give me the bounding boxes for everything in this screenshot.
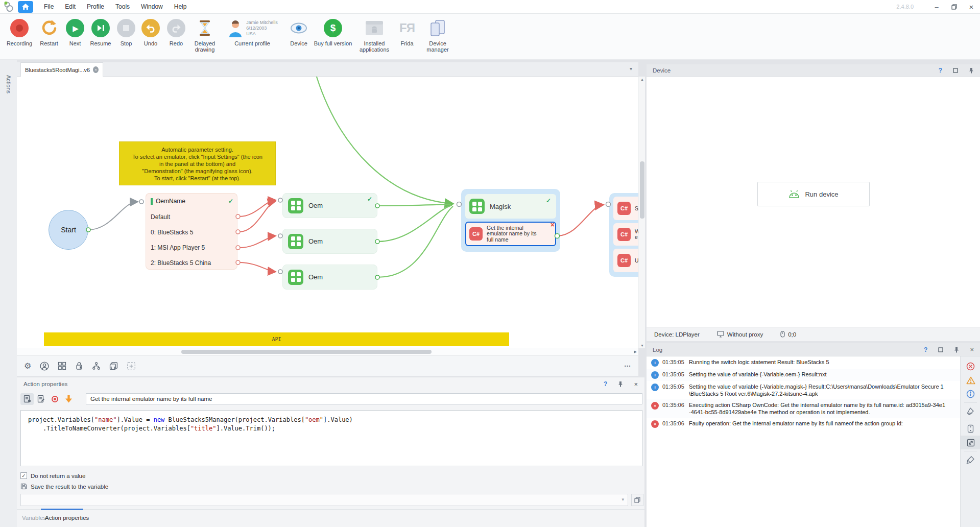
buy-full-version-button[interactable]: $ Buy full version <box>312 17 354 46</box>
home-button[interactable] <box>18 1 33 13</box>
log-entry[interactable]: i 01:35:05 Setting the value of variable… <box>647 381 960 399</box>
help-icon[interactable]: ? <box>604 380 607 388</box>
profile-settings-icon[interactable] <box>40 362 49 371</box>
scroll-right-icon[interactable]: ▶ <box>634 350 637 354</box>
apply-down-button[interactable] <box>62 393 75 405</box>
restore-button[interactable] <box>945 0 963 13</box>
start-node[interactable]: Start <box>49 210 88 250</box>
switch-branch-default[interactable]: Default <box>151 213 170 221</box>
pin-icon[interactable] <box>954 347 959 353</box>
clipped-csharp-group-node[interactable]: C# S C# W e C# U <box>609 193 638 277</box>
edit-settings-button[interactable] <box>34 393 47 405</box>
pin-icon[interactable] <box>618 381 623 387</box>
magisk-group-node[interactable]: Magisk ✓ C# Get the internal emulator na… <box>461 189 560 252</box>
tab-action-properties[interactable]: Action properties <box>45 515 89 521</box>
demonstration-record-button[interactable] <box>48 393 61 405</box>
api-group-bar[interactable]: API <box>44 332 509 346</box>
menu-tools[interactable]: Tools <box>110 0 135 13</box>
log-entry[interactable]: i 01:35:05 Setting the value of variable… <box>647 369 960 381</box>
csharp-action-row[interactable]: C# U <box>613 249 638 272</box>
frida-button[interactable]: FЯ Frida <box>394 17 420 46</box>
device-log-icon[interactable] <box>961 422 980 436</box>
scroll-up-icon[interactable]: ▲ <box>639 78 646 81</box>
current-profile-button[interactable]: Jamie Mitchells 6/12/2003 USA Current pr… <box>224 17 281 46</box>
csharp-action-row[interactable]: C# S <box>613 197 638 220</box>
scroll-down-icon[interactable]: ▼ <box>639 344 646 347</box>
log-entry[interactable]: × 01:35:06 Executing action CSharp OwnCo… <box>647 399 960 418</box>
redo-button[interactable]: Redo <box>163 17 189 46</box>
help-icon[interactable]: ? <box>939 67 942 74</box>
more-options-icon[interactable]: ⋯ <box>624 362 631 370</box>
expand-log-icon[interactable] <box>961 436 980 449</box>
installed-applications-button[interactable]: Installed applications <box>354 17 394 53</box>
clear-log-icon[interactable] <box>961 453 980 467</box>
installed-apps-icon <box>365 20 384 36</box>
close-panel-icon[interactable]: × <box>634 380 638 388</box>
menu-file[interactable]: File <box>38 0 59 13</box>
device-button[interactable]: Device <box>286 17 312 46</box>
do-not-return-checkbox-row[interactable]: ✓ Do not return a value <box>20 472 85 479</box>
maximize-icon[interactable] <box>938 347 943 352</box>
tab-close-icon[interactable]: × <box>93 66 99 73</box>
csharp-action-row-selected[interactable]: C# Get the internal emulator name by its… <box>465 222 556 246</box>
filter-info-icon[interactable] <box>961 387 980 401</box>
stop-button[interactable]: Stop <box>114 17 138 46</box>
run-device-button[interactable]: Run device <box>757 182 870 206</box>
result-variable-input[interactable] <box>20 494 628 506</box>
close-panel-icon[interactable]: × <box>970 346 974 353</box>
oemname-switch-node[interactable]: OemName ✓ Default 0: BlueStacks 5 1: MSI… <box>146 193 237 270</box>
vertical-scroll-thumb[interactable] <box>640 161 644 219</box>
next-button[interactable]: ▶ Next <box>63 17 87 46</box>
maximize-icon[interactable] <box>953 68 958 73</box>
restart-button[interactable]: Restart <box>35 17 63 46</box>
logic-tree-icon[interactable] <box>92 362 101 370</box>
switch-branch-2[interactable]: 2: BlueStacks 5 China <box>151 259 211 267</box>
menu-profile[interactable]: Profile <box>81 0 110 13</box>
modules-grid-icon[interactable] <box>58 362 66 370</box>
settings-gear-icon[interactable]: ⚙ <box>24 361 31 371</box>
switch-branch-0[interactable]: 0: BlueStacks 5 <box>151 229 193 236</box>
input-settings-button[interactable] <box>20 393 34 405</box>
device-manager-button[interactable]: Device manager <box>420 17 456 53</box>
log-entry[interactable]: × 01:35:06 Faulty operation: Get the int… <box>647 418 960 430</box>
csharp-action-row[interactable]: C# W e <box>613 223 638 246</box>
recording-button[interactable]: Recording <box>4 17 35 46</box>
oem-node-3[interactable]: Oem <box>282 265 377 290</box>
resume-button[interactable]: Resume <box>87 17 114 46</box>
resources-icon[interactable] <box>109 362 118 370</box>
checkbox-checked[interactable]: ✓ <box>20 472 27 479</box>
log-entry[interactable]: i 01:35:05 Running the switch logic stat… <box>647 356 960 369</box>
close-button[interactable]: × <box>963 0 980 13</box>
menu-help[interactable]: Help <box>169 0 193 13</box>
variable-dropdown-icon[interactable]: ▾ <box>622 497 624 502</box>
proxy-status[interactable]: Without proxy <box>717 331 763 338</box>
fill-color-icon[interactable] <box>961 404 980 418</box>
flow-canvas[interactable]: Automatic parameter setting. To select a… <box>17 77 638 348</box>
lock-icon[interactable] <box>75 362 83 370</box>
oem-node-2[interactable]: Oem <box>282 229 377 254</box>
help-icon[interactable]: ? <box>924 346 927 353</box>
delayed-drawing-button[interactable]: Delayed drawing <box>189 17 221 53</box>
tab-list-dropdown-icon[interactable]: ▾ <box>630 66 632 71</box>
action-name-input[interactable] <box>86 393 642 404</box>
switch-branch-1[interactable]: 1: MSI App Player 5 <box>151 244 205 251</box>
magisk-action-row[interactable]: Magisk ✓ <box>465 194 556 219</box>
canvas-horizontal-scrollbar[interactable]: ▶ <box>17 348 638 355</box>
minimize-button[interactable]: – <box>928 0 945 13</box>
log-list[interactable]: i 01:35:05 Running the switch logic stat… <box>647 356 960 527</box>
code-editor[interactable]: project.Variables["name"].Value = new Bl… <box>20 410 642 466</box>
menu-edit[interactable]: Edit <box>59 0 81 13</box>
select-variable-button[interactable] <box>631 494 643 506</box>
undo-button[interactable]: Undo <box>138 17 163 46</box>
filter-warnings-icon[interactable] <box>961 373 980 387</box>
menu-window[interactable]: Window <box>135 0 169 13</box>
document-tab[interactable]: Bluestacks5RootMagi...v6 × <box>20 62 103 77</box>
oem-node-1[interactable]: Oem ✓ <box>282 193 377 218</box>
actions-side-tab[interactable]: Actions <box>0 64 17 105</box>
canvas-vertical-scrollbar[interactable]: ▲ ▼ <box>638 77 645 348</box>
tab-variables[interactable]: Variables <box>22 515 46 521</box>
filter-errors-icon[interactable] <box>961 360 980 373</box>
horizontal-scroll-thumb[interactable] <box>181 350 432 354</box>
pin-icon[interactable] <box>969 67 974 74</box>
add-action-icon[interactable] <box>127 362 136 371</box>
